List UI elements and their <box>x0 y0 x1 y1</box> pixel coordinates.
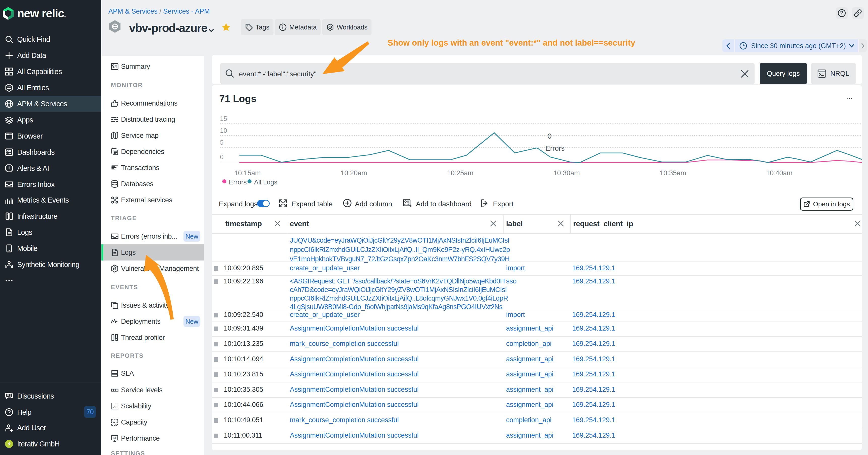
svg-text:0: 0 <box>548 132 552 140</box>
svg-text:10: 10 <box>220 127 227 134</box>
svg-text:10:15am: 10:15am <box>234 169 260 177</box>
svg-text:5: 5 <box>220 139 223 146</box>
svg-text:Errors: Errors <box>546 144 564 152</box>
svg-text:10:25am: 10:25am <box>447 169 473 177</box>
svg-text:10:40am: 10:40am <box>766 169 793 177</box>
svg-text:10:20am: 10:20am <box>341 169 367 177</box>
svg-text:10:35am: 10:35am <box>659 169 686 177</box>
svg-text:15: 15 <box>220 115 227 122</box>
svg-text:10:30am: 10:30am <box>553 169 580 177</box>
svg-text:0: 0 <box>220 154 223 161</box>
